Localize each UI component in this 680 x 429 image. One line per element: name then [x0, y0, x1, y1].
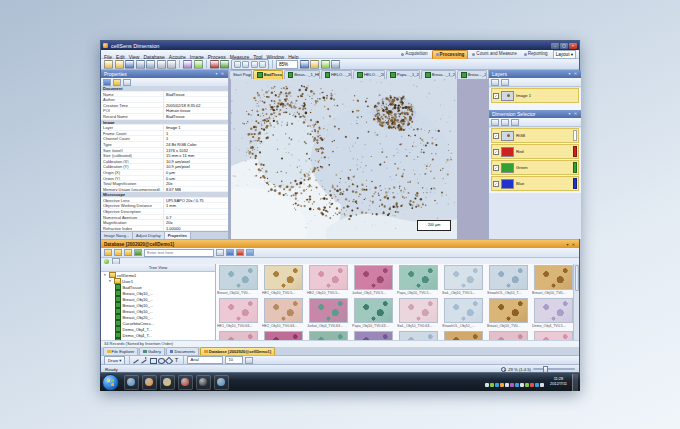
window-tab-database[interactable]: Database [2002920@cellDemo1]	[200, 347, 275, 355]
refresh-icon[interactable]	[123, 79, 131, 86]
document-tab[interactable]: HELO..._200	[321, 70, 353, 79]
viewer-canvas[interactable]: 200 µm	[229, 79, 488, 239]
document-tab[interactable]: BadTissue	[253, 70, 282, 79]
gallery-thumbnail-cell[interactable]: SwL_Obj10_TV0.5...	[441, 264, 486, 297]
layer-visibility-checkbox[interactable]: ✓	[493, 93, 499, 99]
merge-icon[interactable]	[511, 119, 519, 126]
database-header[interactable]: Database [2002920@cellDemo1] ▾ ✕	[101, 240, 579, 248]
font-size-select[interactable]: 10	[225, 356, 243, 364]
channel-icon[interactable]	[491, 119, 499, 126]
clear-filter-icon[interactable]	[236, 249, 244, 256]
expander-icon[interactable]: ▾	[103, 273, 107, 277]
tray-icon[interactable]	[500, 383, 504, 387]
layout-select[interactable]: Layout ▾	[553, 50, 576, 59]
thumbnail-image[interactable]	[399, 265, 438, 290]
tray-icon[interactable]	[520, 383, 524, 387]
thumbnail-image[interactable]	[354, 298, 393, 323]
process-icon[interactable]	[220, 60, 229, 69]
gallery-thumbnail-cell[interactable]: SwL_Obj10_TV0.63...	[396, 297, 441, 330]
panel-pin-close-icons[interactable]: ▾ ✕	[567, 242, 576, 247]
view-mode-icon[interactable]	[246, 249, 254, 256]
taskbar-clock[interactable]: 11:28 2012/7/11	[550, 377, 567, 386]
channel-row-red[interactable]: ✓Red	[491, 144, 579, 159]
eye-icon[interactable]	[491, 79, 499, 86]
font-family-select[interactable]: Arial	[187, 356, 223, 364]
gallery-thumbnail-cell[interactable]: HE2_Obj10_TV0.5...	[306, 264, 351, 297]
zoom-in-icon[interactable]	[183, 60, 192, 69]
select-rect-icon[interactable]	[259, 61, 266, 68]
undo-icon[interactable]	[157, 60, 166, 69]
gallery-thumbnail-cell[interactable]: Papa_Obj10_TV0.5...	[396, 264, 441, 297]
panel-tab-properties[interactable]: Properties	[165, 232, 191, 239]
taskbar-icon-cellsens-flower[interactable]	[142, 375, 157, 390]
toolbar-zoom-combo[interactable]: 85%	[276, 60, 298, 69]
annotate-icon[interactable]	[321, 60, 330, 69]
panel-tab-imagenavig[interactable]: Image Navig...	[101, 232, 133, 239]
text-color-icon[interactable]	[245, 357, 253, 364]
tray-icon[interactable]	[535, 383, 539, 387]
workflow-tab-acquisition[interactable]: Acquisition	[398, 50, 430, 58]
document-tab[interactable]: Breas..._1_HE0	[284, 70, 320, 79]
maximize-button[interactable]: ▢	[560, 43, 568, 49]
gallery-thumbnail-cell[interactable]: Jurkat_Obj4_TV0.63...	[306, 297, 351, 330]
print-icon[interactable]	[136, 60, 145, 69]
gallery-thumbnail-cell[interactable]: StrawhOL_Obj10_...	[441, 297, 486, 330]
window-tab-documents[interactable]: Documents	[166, 347, 199, 355]
roi-icon[interactable]	[210, 60, 219, 69]
thumbnail-image[interactable]	[354, 265, 393, 290]
channel-row-blue[interactable]: ✓Blue	[491, 176, 579, 191]
redo-icon[interactable]	[167, 60, 176, 69]
text-tool-icon[interactable]: T	[173, 357, 179, 363]
gallery-thumbnail-cell[interactable]: HE1_Obj10_TV0.63...	[216, 297, 261, 330]
document-tab[interactable]: Papa..._1_200	[386, 70, 420, 79]
thumbnail-image[interactable]	[264, 298, 303, 323]
taskbar-icon-explorer-folder[interactable]	[160, 375, 175, 390]
import-icon[interactable]	[134, 249, 142, 256]
taskbar-icon-adobe-reader[interactable]	[178, 375, 193, 390]
gallery-thumbnail-cell[interactable]: Jurkat_Obj4_TV0.5...	[351, 264, 396, 297]
channel-checkbox[interactable]: ✓	[493, 181, 499, 187]
panel-pin-close-icons[interactable]: ▾ ✕	[216, 70, 225, 78]
gallery-thumbnail-cell[interactable]: StrawhOL_Obj10_T...	[486, 264, 531, 297]
tray-icon[interactable]	[540, 383, 544, 387]
document-tab[interactable]: Breas..._20	[457, 70, 487, 79]
tray-icon[interactable]	[490, 383, 494, 387]
thumbnail-image[interactable]	[444, 265, 483, 290]
thumbnail-image[interactable]	[399, 298, 438, 323]
taskbar-icon-ie-globe[interactable]	[124, 375, 139, 390]
start-button[interactable]	[102, 374, 119, 391]
grid-icon[interactable]	[310, 60, 319, 69]
rect-tool-icon[interactable]	[149, 357, 155, 363]
filter-icon[interactable]	[226, 249, 234, 256]
split-view-icon[interactable]	[501, 119, 509, 126]
close-button[interactable]: ×	[569, 43, 577, 49]
zoom-slider[interactable]	[533, 368, 575, 370]
line-tool-icon[interactable]	[133, 357, 139, 363]
pan-tool-icon[interactable]	[251, 61, 258, 68]
arrow-tool-icon[interactable]	[141, 357, 147, 363]
expander-icon[interactable]: ▾	[108, 279, 112, 283]
ellipse-tool-icon[interactable]	[157, 357, 163, 363]
gallery-thumbnail-cell[interactable]: Demo_Obj4_TV0.5...	[531, 297, 574, 330]
thumbnail-image[interactable]	[444, 298, 483, 323]
thumbnail-image[interactable]	[309, 298, 348, 323]
thumbnail-image[interactable]	[534, 298, 573, 323]
window-tab-file[interactable]: File Explorer	[103, 347, 138, 355]
thumbnail-image[interactable]	[489, 298, 528, 323]
open-db-icon[interactable]	[114, 249, 122, 256]
search-options-icon[interactable]	[216, 249, 224, 256]
channel-row-rgb[interactable]: ✓RGB	[491, 128, 579, 143]
workflow-tab-reporting[interactable]: Reporting	[521, 50, 551, 58]
minimize-button[interactable]: –	[551, 43, 559, 49]
layer-row-image1[interactable]: ✓ Image 1	[491, 88, 579, 103]
tray-icon[interactable]	[530, 383, 534, 387]
measure-icon[interactable]	[331, 60, 340, 69]
document-tab[interactable]: Start Page	[229, 70, 252, 79]
cut-icon[interactable]	[146, 60, 155, 69]
channel-row-green[interactable]: ✓Green	[491, 160, 579, 175]
tray-icon[interactable]	[525, 383, 529, 387]
histology-image[interactable]	[231, 79, 457, 239]
zoom-tool-icon[interactable]	[242, 61, 249, 68]
tray-icon[interactable]	[505, 383, 509, 387]
tray-icon[interactable]	[510, 383, 514, 387]
